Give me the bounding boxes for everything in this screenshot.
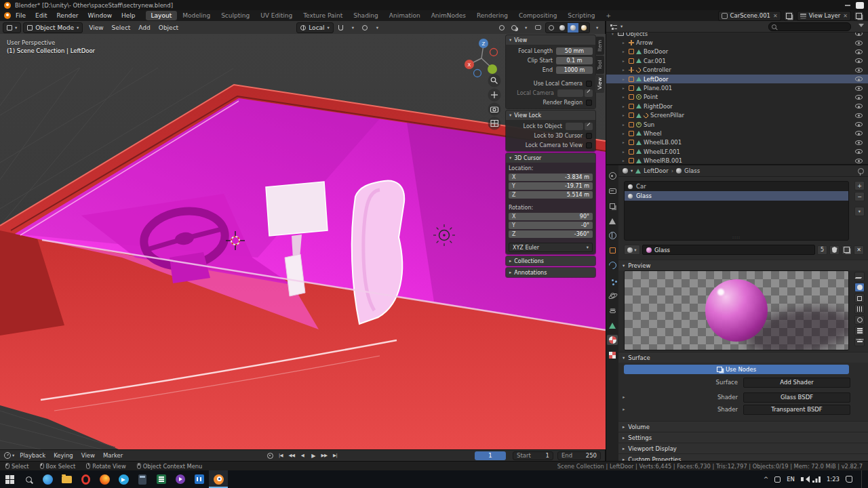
preview-section-header[interactable]: ▾Preview bbox=[618, 260, 868, 270]
viewport-menu-object[interactable]: Object bbox=[155, 23, 182, 33]
zoom-button[interactable] bbox=[488, 75, 501, 87]
material-editor-icon[interactable] bbox=[623, 168, 628, 174]
transform-orientation-dropdown[interactable]: Local ▾ bbox=[296, 22, 334, 33]
jump-to-start-button[interactable]: |◀ bbox=[277, 451, 285, 460]
sidebar-tab-view[interactable]: View bbox=[595, 75, 604, 93]
expand-icon[interactable]: ▸ bbox=[623, 59, 627, 63]
workspace-tab-scripting[interactable]: Scripting bbox=[562, 11, 600, 20]
workspace-tab-layout[interactable]: Layout bbox=[146, 11, 178, 20]
viewport-menu-select[interactable]: Select bbox=[108, 23, 135, 33]
telegram-icon[interactable] bbox=[114, 470, 133, 488]
properties-tab-material[interactable] bbox=[607, 335, 618, 345]
properties-tab-constraints[interactable] bbox=[607, 305, 618, 315]
menu-render[interactable]: Render bbox=[52, 11, 83, 20]
unlink-material-button[interactable]: ✕ bbox=[854, 245, 864, 255]
expand-icon[interactable]: ▸ bbox=[623, 104, 627, 108]
expand-icon[interactable]: ▸ bbox=[623, 41, 627, 45]
spreadsheet-icon[interactable] bbox=[152, 470, 171, 488]
properties-tab-modifiers[interactable] bbox=[607, 260, 618, 270]
view-section-header[interactable]: ▾View bbox=[506, 35, 595, 45]
frame-start-field[interactable]: Start1 bbox=[513, 451, 553, 460]
expand-icon[interactable]: ▸ bbox=[618, 394, 629, 400]
visibility-eye-icon[interactable] bbox=[855, 95, 863, 100]
editor-type-caret[interactable]: ▾ bbox=[631, 168, 633, 174]
shading-dropdown[interactable]: ▾ bbox=[592, 23, 602, 33]
cursor-rotation-y-field[interactable]: Y-0° bbox=[509, 222, 593, 229]
properties-tab-particles[interactable] bbox=[607, 275, 618, 285]
prev-keyframe-button[interactable]: ◀◀ bbox=[288, 451, 296, 460]
scene-unlink-icon[interactable]: ✕ bbox=[773, 13, 778, 19]
shader-select-transparent-bsdf[interactable]: Transparent BSDF bbox=[743, 405, 850, 415]
properties-tab-world[interactable] bbox=[607, 230, 618, 241]
expand-icon[interactable]: ▸ bbox=[623, 113, 627, 117]
overlays-dropdown[interactable]: ▾ bbox=[521, 23, 531, 33]
expand-icon[interactable]: ▸ bbox=[623, 131, 627, 136]
new-view-layer-button[interactable] bbox=[854, 11, 864, 21]
taskbar-search-button[interactable] bbox=[19, 470, 38, 488]
collections-header[interactable]: ▸Collections bbox=[506, 256, 595, 266]
tray-expand-icon[interactable]: ^ bbox=[764, 476, 769, 483]
snap-magnet-icon[interactable] bbox=[336, 23, 346, 33]
show-desktop-button[interactable] bbox=[861, 470, 865, 488]
expand-icon[interactable]: ▸ bbox=[623, 77, 627, 81]
outliner-item-arrow[interactable]: ▸Arrow bbox=[606, 38, 868, 47]
outliner-item-controller[interactable]: ▸Controller bbox=[606, 66, 868, 75]
play-button[interactable]: ▶ bbox=[309, 451, 317, 460]
outliner-collection-objects[interactable]: ▾ Objects bbox=[606, 33, 868, 38]
eyedropper-icon[interactable] bbox=[585, 123, 593, 130]
expand-icon[interactable]: ▸ bbox=[623, 49, 627, 54]
workspace-tab-texture-paint[interactable]: Texture Paint bbox=[298, 11, 348, 20]
visibility-eye-icon[interactable] bbox=[855, 68, 863, 73]
editor-type-caret[interactable]: ▾ bbox=[620, 24, 623, 29]
material-slot-glass[interactable]: Glass bbox=[625, 191, 848, 201]
shader-select-glass-bsdf[interactable]: Glass BSDF bbox=[743, 392, 850, 403]
timeline-menu-view[interactable]: View bbox=[77, 452, 99, 459]
sidebar-tab-item[interactable]: Item bbox=[595, 37, 604, 55]
section-volume[interactable]: ▸Volume bbox=[618, 421, 868, 432]
cursor-location-y-field[interactable]: Y-19.71 m bbox=[509, 182, 593, 190]
preview-cube-button[interactable] bbox=[854, 293, 865, 303]
axis-y-ball[interactable] bbox=[488, 64, 497, 74]
workspace-tab-compositing[interactable]: Compositing bbox=[513, 11, 562, 20]
cursor-location-x-field[interactable]: X-3.834 m bbox=[509, 174, 593, 181]
outliner-item-point[interactable]: ▸Point bbox=[606, 93, 868, 102]
expand-icon[interactable]: ▸ bbox=[623, 140, 627, 144]
clip-start-field[interactable]: 0.1 m bbox=[556, 57, 593, 64]
outliner-item-wheellb-001[interactable]: ▸WheelLB.001 bbox=[606, 138, 868, 147]
snap-settings-dropdown[interactable]: ▾ bbox=[348, 23, 358, 33]
surface-section-header[interactable]: ▾Surface bbox=[618, 352, 868, 363]
fake-user-shield-button[interactable] bbox=[829, 245, 840, 255]
firefox-icon[interactable] bbox=[95, 470, 114, 488]
preview-sphere-button[interactable] bbox=[854, 283, 865, 292]
workspace-tab-shading[interactable]: Shading bbox=[348, 11, 384, 20]
tray-app-icon[interactable] bbox=[774, 476, 781, 483]
workspace-tab-modeling[interactable]: Modeling bbox=[177, 11, 216, 20]
visibility-eye-icon[interactable] bbox=[855, 86, 863, 91]
menu-file[interactable]: File bbox=[11, 11, 31, 20]
remove-slot-button[interactable]: − bbox=[854, 192, 865, 201]
axis-neg-z-ball[interactable] bbox=[474, 70, 481, 77]
timeline-menu-playback[interactable]: Playback bbox=[16, 452, 50, 459]
outliner-item-wheel[interactable]: ▸Wheel bbox=[606, 129, 868, 138]
render-region-checkbox[interactable] bbox=[586, 100, 592, 106]
notification-center-icon[interactable] bbox=[846, 476, 852, 483]
view-lock-header[interactable]: ▾View Lock bbox=[506, 110, 595, 120]
show-gizmo-icon[interactable] bbox=[496, 23, 507, 33]
opera-icon[interactable] bbox=[76, 470, 95, 488]
shader-select-add-shader[interactable]: Add Shader bbox=[743, 378, 850, 388]
outliner-item-boxdoor[interactable]: ▸BoxDoor bbox=[606, 47, 868, 56]
cursor-section-header[interactable]: ▾3D Cursor bbox=[506, 153, 595, 163]
shading-material-icon[interactable] bbox=[568, 23, 578, 33]
menu-edit[interactable]: Edit bbox=[31, 11, 52, 20]
eyedropper-icon[interactable] bbox=[585, 89, 593, 97]
expand-icon[interactable]: ▸ bbox=[623, 86, 627, 90]
visibility-eye-icon[interactable] bbox=[855, 159, 863, 163]
section-custom-properties[interactable]: ▸Custom Properties bbox=[618, 453, 868, 461]
outliner-search-input[interactable] bbox=[768, 22, 851, 31]
lock-camera-checkbox[interactable] bbox=[586, 142, 592, 148]
timeline-editor-icon[interactable] bbox=[4, 452, 11, 459]
shading-wireframe-icon[interactable] bbox=[546, 23, 557, 33]
proportional-editing-icon[interactable] bbox=[360, 23, 370, 33]
visibility-eye-icon[interactable] bbox=[855, 140, 863, 145]
camera-view-button[interactable] bbox=[488, 103, 501, 116]
